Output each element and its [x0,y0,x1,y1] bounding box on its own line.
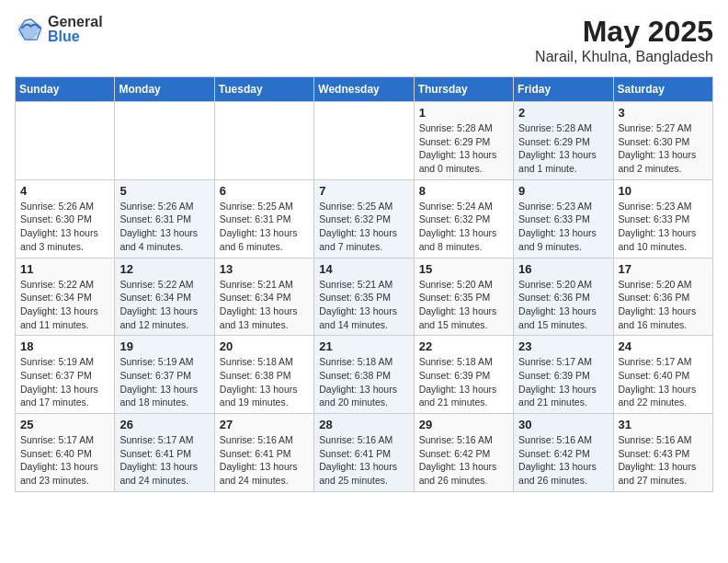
calendar-week-2: 4Sunrise: 5:26 AM Sunset: 6:30 PM Daylig… [16,179,713,258]
day-info: Sunrise: 5:16 AM Sunset: 6:41 PM Dayligh… [319,433,408,488]
day-number: 13 [220,262,309,276]
calendar-week-5: 25Sunrise: 5:17 AM Sunset: 6:40 PM Dayli… [16,414,713,492]
day-number: 25 [20,418,109,431]
weekday-header-sunday: Sunday [16,77,115,102]
calendar-cell [314,102,414,180]
day-number: 6 [220,184,309,198]
day-number: 2 [518,106,608,120]
calendar-cell: 31Sunrise: 5:16 AM Sunset: 6:43 PM Dayli… [613,414,712,492]
day-info: Sunrise: 5:17 AM Sunset: 6:41 PM Dayligh… [119,433,209,488]
day-number: 17 [619,262,708,276]
day-number: 9 [518,184,608,198]
day-number: 12 [119,262,209,276]
day-info: Sunrise: 5:25 AM Sunset: 6:31 PM Dayligh… [220,200,309,254]
calendar-cell: 10Sunrise: 5:23 AM Sunset: 6:33 PM Dayli… [613,179,712,258]
calendar-cell: 9Sunrise: 5:23 AM Sunset: 6:33 PM Daylig… [514,179,613,258]
day-number: 7 [319,184,408,198]
calendar-body: 1Sunrise: 5:28 AM Sunset: 6:29 PM Daylig… [16,102,713,492]
calendar-cell: 6Sunrise: 5:25 AM Sunset: 6:31 PM Daylig… [214,179,313,258]
day-info: Sunrise: 5:21 AM Sunset: 6:35 PM Dayligh… [319,278,408,332]
day-info: Sunrise: 5:24 AM Sunset: 6:32 PM Dayligh… [419,200,508,254]
calendar-cell [214,102,313,180]
day-info: Sunrise: 5:18 AM Sunset: 6:39 PM Dayligh… [419,355,508,409]
day-number: 14 [319,262,408,276]
day-number: 16 [518,262,608,276]
calendar-table: SundayMondayTuesdayWednesdayThursdayFrid… [15,76,713,492]
logo-general: General [48,15,103,29]
day-info: Sunrise: 5:16 AM Sunset: 6:42 PM Dayligh… [518,433,608,488]
calendar-cell: 8Sunrise: 5:24 AM Sunset: 6:32 PM Daylig… [414,179,513,258]
calendar-cell: 20Sunrise: 5:18 AM Sunset: 6:38 PM Dayli… [214,336,313,414]
calendar-cell: 7Sunrise: 5:25 AM Sunset: 6:32 PM Daylig… [314,179,414,258]
day-number: 20 [220,339,309,353]
day-info: Sunrise: 5:28 AM Sunset: 6:29 PM Dayligh… [518,121,608,176]
day-number: 21 [319,339,408,353]
day-info: Sunrise: 5:27 AM Sunset: 6:30 PM Dayligh… [619,121,708,176]
day-info: Sunrise: 5:21 AM Sunset: 6:34 PM Dayligh… [220,278,309,332]
day-info: Sunrise: 5:19 AM Sunset: 6:37 PM Dayligh… [119,355,209,409]
calendar-cell: 14Sunrise: 5:21 AM Sunset: 6:35 PM Dayli… [314,258,414,336]
calendar-cell: 25Sunrise: 5:17 AM Sunset: 6:40 PM Dayli… [16,414,115,492]
calendar-week-1: 1Sunrise: 5:28 AM Sunset: 6:29 PM Daylig… [16,102,713,180]
calendar-cell: 15Sunrise: 5:20 AM Sunset: 6:35 PM Dayli… [414,258,513,336]
day-number: 22 [419,339,508,353]
calendar-cell: 2Sunrise: 5:28 AM Sunset: 6:29 PM Daylig… [514,102,613,180]
day-info: Sunrise: 5:17 AM Sunset: 6:39 PM Dayligh… [518,355,608,409]
calendar-cell: 24Sunrise: 5:17 AM Sunset: 6:40 PM Dayli… [613,336,712,414]
calendar-header: SundayMondayTuesdayWednesdayThursdayFrid… [16,77,713,102]
calendar-cell: 29Sunrise: 5:16 AM Sunset: 6:42 PM Dayli… [414,414,513,492]
day-info: Sunrise: 5:23 AM Sunset: 6:33 PM Dayligh… [619,200,708,254]
day-number: 31 [619,418,708,431]
calendar-cell: 30Sunrise: 5:16 AM Sunset: 6:42 PM Dayli… [514,414,613,492]
day-number: 8 [419,184,508,198]
day-number: 5 [119,184,209,198]
day-number: 18 [20,339,109,353]
day-info: Sunrise: 5:16 AM Sunset: 6:42 PM Dayligh… [419,433,508,488]
day-info: Sunrise: 5:25 AM Sunset: 6:32 PM Dayligh… [319,200,408,254]
calendar-cell: 28Sunrise: 5:16 AM Sunset: 6:41 PM Dayli… [314,414,414,492]
day-info: Sunrise: 5:18 AM Sunset: 6:38 PM Dayligh… [319,355,408,409]
day-number: 19 [119,339,209,353]
calendar-cell: 26Sunrise: 5:17 AM Sunset: 6:41 PM Dayli… [115,414,214,492]
weekday-header-thursday: Thursday [414,77,513,102]
weekday-header-tuesday: Tuesday [214,77,313,102]
day-info: Sunrise: 5:16 AM Sunset: 6:43 PM Dayligh… [619,433,708,488]
day-number: 4 [20,184,109,198]
calendar-cell: 23Sunrise: 5:17 AM Sunset: 6:39 PM Dayli… [514,336,613,414]
day-info: Sunrise: 5:23 AM Sunset: 6:33 PM Dayligh… [518,200,608,254]
day-info: Sunrise: 5:22 AM Sunset: 6:34 PM Dayligh… [20,278,109,332]
day-number: 10 [619,184,708,198]
calendar-cell: 18Sunrise: 5:19 AM Sunset: 6:37 PM Dayli… [16,336,115,414]
calendar-cell: 11Sunrise: 5:22 AM Sunset: 6:34 PM Dayli… [16,258,115,336]
calendar-cell: 19Sunrise: 5:19 AM Sunset: 6:37 PM Dayli… [115,336,214,414]
day-number: 27 [220,418,309,431]
calendar-cell [115,102,214,180]
day-number: 11 [20,262,109,276]
day-info: Sunrise: 5:26 AM Sunset: 6:30 PM Dayligh… [20,200,109,254]
calendar-cell: 12Sunrise: 5:22 AM Sunset: 6:34 PM Dayli… [115,258,214,336]
day-number: 15 [419,262,508,276]
weekday-header-saturday: Saturday [613,77,712,102]
logo-blue: Blue [48,29,103,44]
calendar-cell [16,102,115,180]
day-info: Sunrise: 5:18 AM Sunset: 6:38 PM Dayligh… [220,355,309,409]
day-info: Sunrise: 5:20 AM Sunset: 6:35 PM Dayligh… [419,278,508,332]
weekday-header-friday: Friday [514,77,613,102]
calendar-cell: 17Sunrise: 5:20 AM Sunset: 6:36 PM Dayli… [613,258,712,336]
day-number: 3 [619,106,708,120]
calendar-cell: 21Sunrise: 5:18 AM Sunset: 6:38 PM Dayli… [314,336,414,414]
weekday-header-wednesday: Wednesday [314,77,414,102]
calendar-cell: 27Sunrise: 5:16 AM Sunset: 6:41 PM Dayli… [214,414,313,492]
day-number: 23 [518,339,608,353]
calendar-cell: 22Sunrise: 5:18 AM Sunset: 6:39 PM Dayli… [414,336,513,414]
calendar-cell: 3Sunrise: 5:27 AM Sunset: 6:30 PM Daylig… [613,102,712,180]
calendar-title: May 2025 [535,15,713,49]
calendar-cell: 5Sunrise: 5:26 AM Sunset: 6:31 PM Daylig… [115,179,214,258]
calendar-cell: 4Sunrise: 5:26 AM Sunset: 6:30 PM Daylig… [16,179,115,258]
calendar-week-3: 11Sunrise: 5:22 AM Sunset: 6:34 PM Dayli… [16,258,713,336]
logo: General Blue [15,15,103,44]
calendar-week-4: 18Sunrise: 5:19 AM Sunset: 6:37 PM Dayli… [16,336,713,414]
calendar-cell: 16Sunrise: 5:20 AM Sunset: 6:36 PM Dayli… [514,258,613,336]
day-info: Sunrise: 5:20 AM Sunset: 6:36 PM Dayligh… [518,278,608,332]
day-info: Sunrise: 5:22 AM Sunset: 6:34 PM Dayligh… [119,278,209,332]
